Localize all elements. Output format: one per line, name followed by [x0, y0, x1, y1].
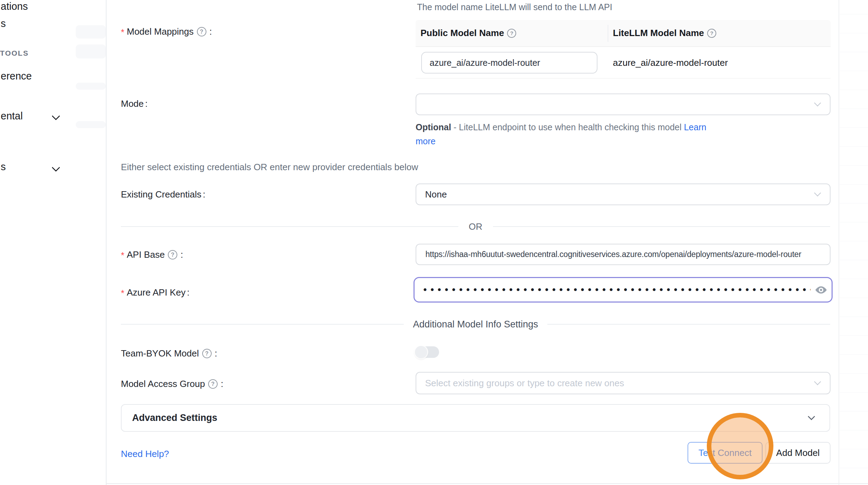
chevron-down-icon [814, 189, 821, 196]
bg-row-line [840, 354, 868, 355]
litellm-model-name-header: LiteLLM Model Name ? [608, 28, 718, 39]
learn-more-link[interactable]: more [416, 136, 436, 146]
bg-row-line [840, 109, 868, 109]
bg-row-line [840, 127, 868, 128]
help-icon[interactable]: ? [197, 27, 206, 36]
table-row: azure_ai/azure-model-router [416, 47, 831, 79]
chevron-down-icon [808, 413, 815, 420]
sidebar-item-integrations[interactable]: ations [1, 1, 28, 12]
toggle-password-visibility-button[interactable] [811, 278, 832, 302]
existing-credentials-label: Existing Credentials: [121, 189, 205, 200]
bg-row-line [840, 392, 868, 393]
bg-row-line [840, 184, 868, 185]
sidebar-item-experimental[interactable]: ental [1, 110, 23, 122]
bg-row-line [840, 33, 868, 33]
or-divider-text: OR [458, 221, 493, 232]
mode-help-text-line2: more [416, 136, 436, 146]
bg-row-line [840, 335, 868, 336]
team-byok-toggle[interactable] [416, 346, 439, 358]
api-base-input[interactable] [416, 244, 830, 264]
mode-select[interactable] [416, 93, 831, 115]
mode-help-text: Optional - LiteLLM endpoint to use when … [416, 122, 706, 132]
help-icon[interactable]: ? [168, 250, 177, 259]
advanced-settings-title: Advanced Settings [122, 413, 217, 423]
bg-row-line [840, 90, 868, 90]
credentials-note: Either select existing credentials OR en… [121, 162, 418, 173]
model-mappings-label: * Model Mappings ? : [121, 26, 212, 37]
bg-row-line [840, 260, 868, 260]
bg-row-line [840, 279, 868, 279]
model-mappings-table: Public Model Name ? LiteLLM Model Name ?… [416, 20, 831, 79]
bg-row-line [840, 373, 868, 374]
sidebar-faint-row [76, 121, 106, 128]
table-header-row: Public Model Name ? LiteLLM Model Name ? [416, 20, 831, 47]
bg-row-line [840, 317, 868, 317]
need-help-link[interactable]: Need Help? [121, 449, 169, 459]
divider-line [493, 226, 831, 227]
bg-row-line [840, 449, 868, 449]
sidebar-item-inference[interactable]: erence [1, 70, 32, 82]
sidebar-faint-row [76, 44, 106, 58]
chevron-down-icon [52, 112, 60, 120]
additional-info-divider-text: Additional Model Info Settings [404, 319, 547, 330]
add-model-page: ations s TOOLS erence ental s The model … [0, 0, 868, 485]
bg-row-line [840, 165, 868, 166]
sidebar-item-models[interactable]: s [1, 18, 6, 29]
help-icon[interactable]: ? [208, 379, 218, 389]
additional-info-divider: Additional Model Info Settings [121, 319, 830, 330]
api-base-field[interactable] [416, 244, 831, 265]
public-model-name-header: Public Model Name ? [416, 28, 608, 39]
test-connect-button[interactable]: Test Connect [688, 442, 763, 464]
bg-row-line [840, 14, 868, 14]
bg-row-line [840, 430, 868, 430]
azure-api-key-label: * Azure API Key : [121, 287, 190, 298]
bg-row-line [840, 222, 868, 222]
table-column-divider [608, 25, 608, 42]
required-asterisk: * [121, 27, 124, 37]
chevron-down-icon [52, 163, 60, 172]
help-icon[interactable]: ? [202, 349, 212, 358]
help-icon[interactable]: ? [707, 29, 716, 38]
toggle-knob [415, 346, 427, 358]
model-name-help-text: The model name LiteLLM will send to the … [417, 2, 612, 12]
sidebar-divider [106, 0, 107, 485]
model-access-group-placeholder: Select existing groups or type to create… [416, 378, 624, 389]
help-icon[interactable]: ? [507, 29, 516, 38]
divider-line [121, 226, 458, 227]
modal-footer-divider [106, 483, 868, 484]
sidebar-item-settings[interactable]: s [1, 161, 6, 173]
bg-row-line [840, 203, 868, 203]
bg-row-line [840, 411, 868, 411]
azure-api-key-field[interactable] [414, 277, 833, 303]
advanced-settings-header[interactable]: Advanced Settings [121, 404, 830, 432]
bg-row-line [840, 241, 868, 241]
required-asterisk: * [121, 288, 124, 298]
azure-api-key-input[interactable] [415, 284, 811, 295]
or-divider: OR [121, 221, 830, 232]
required-asterisk: * [121, 250, 124, 261]
sidebar-faint-row [76, 83, 106, 90]
mode-label: Mode: [121, 98, 148, 109]
divider-line [121, 324, 404, 325]
api-base-label: * API Base ? : [121, 249, 183, 261]
model-access-group-select[interactable]: Select existing groups or type to create… [416, 372, 831, 394]
litellm-model-name-value: azure_ai/azure-model-router [613, 47, 728, 79]
sidebar-section-tools: TOOLS [0, 49, 29, 57]
public-model-name-field[interactable] [421, 52, 597, 74]
modal-right-edge [839, 0, 839, 485]
bg-row-line [840, 146, 868, 147]
add-model-button[interactable]: Add Model [765, 442, 831, 464]
learn-more-link[interactable]: Learn [684, 122, 706, 132]
existing-credentials-value: None [416, 189, 447, 200]
bg-row-line [840, 468, 868, 468]
bg-row-line [840, 298, 868, 298]
chevron-down-icon [814, 378, 821, 385]
team-byok-label: Team-BYOK Model ? : [121, 348, 217, 359]
bg-row-line [840, 52, 868, 52]
sidebar-faint-row [76, 25, 106, 39]
bg-row-line [840, 71, 868, 71]
public-model-name-input[interactable] [422, 53, 597, 73]
existing-credentials-select[interactable]: None [416, 183, 831, 205]
divider-line [547, 324, 830, 325]
eye-icon [815, 284, 827, 296]
